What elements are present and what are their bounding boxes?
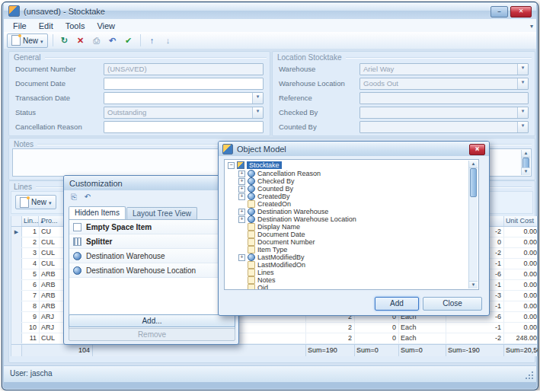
tree-item[interactable]: + LastModifiedBy (225, 253, 469, 261)
list-item[interactable]: Splitter (69, 234, 235, 249)
dropdown-button[interactable] (252, 93, 263, 104)
tab-layout-tree-view[interactable]: Layout Tree View (126, 207, 197, 219)
collapse-icon[interactable]: − (228, 162, 235, 169)
tree-root-stocktake[interactable]: − Stocktake (225, 161, 469, 170)
add-button[interactable]: Add... (69, 314, 235, 327)
titlebar: (unsaved) - Stocktake (4, 3, 536, 19)
notes-scrollbar[interactable] (521, 150, 530, 175)
delete-icon[interactable] (74, 34, 88, 47)
close-button[interactable]: Close (423, 297, 482, 311)
menu-item[interactable]: View (91, 21, 121, 31)
cell-b: 0 (354, 333, 399, 343)
tree-item[interactable]: + Cancellation Reason (225, 170, 469, 177)
menu-item[interactable]: Tools (59, 21, 91, 31)
field-input[interactable]: Ariel Way (359, 63, 529, 75)
field-input[interactable]: (UNSAVED) (104, 63, 264, 75)
scroll-down-icon[interactable] (522, 167, 530, 175)
scroll-up-icon[interactable] (469, 161, 478, 168)
refresh-icon[interactable] (58, 34, 72, 47)
tree-item-icon (248, 177, 255, 185)
footer-sum-b: Sum=0 (354, 345, 399, 356)
menu-overflow-chevron-icon[interactable] (530, 23, 533, 30)
tab-hidden-items[interactable]: Hidden Items (69, 206, 126, 219)
tree-item[interactable]: Notes (225, 276, 469, 284)
cell-a: 2 (305, 323, 355, 333)
field-input[interactable] (104, 78, 264, 90)
dropdown-button[interactable] (517, 64, 528, 75)
undo-icon[interactable] (106, 34, 120, 47)
dropdown-button[interactable] (517, 122, 528, 132)
expand-icon[interactable]: + (238, 171, 245, 177)
tree-item[interactable]: Document Date (225, 231, 469, 238)
customization-tabs: Hidden Items Layout Tree View (69, 206, 234, 219)
dropdown-button[interactable] (517, 107, 528, 118)
move-up-icon[interactable] (145, 34, 159, 47)
column-header-line[interactable]: Lin... (21, 216, 39, 226)
tree-item[interactable]: Document Number (225, 238, 469, 246)
tree-item[interactable]: + Destination Warehouse (225, 208, 469, 215)
list-item[interactable]: Empty Space Item (69, 220, 235, 234)
column-header-unit-cost[interactable]: Unit Cost (503, 216, 538, 226)
field-input[interactable]: Outstanding (104, 107, 264, 119)
row-indicator (11, 248, 22, 258)
move-down-icon[interactable] (161, 34, 175, 47)
cell-line: 9 (21, 312, 40, 322)
list-item[interactable]: Destination Warehouse Location (69, 263, 235, 278)
object-model-icon (222, 144, 233, 155)
validate-icon[interactable] (122, 34, 136, 47)
tree-item[interactable]: + Destination Warehouse Location (225, 215, 469, 223)
expand-icon[interactable]: + (238, 254, 245, 261)
expand-icon[interactable]: + (238, 178, 245, 185)
dropdown-button[interactable] (252, 107, 263, 118)
tree-item[interactable]: + Counted By (225, 185, 469, 193)
layout-icon[interactable] (69, 192, 79, 202)
expand-icon[interactable]: + (238, 216, 245, 223)
scroll-up-icon[interactable] (522, 150, 530, 158)
field-input[interactable] (104, 121, 264, 133)
resize-grip-icon[interactable] (525, 371, 533, 379)
menu-item[interactable]: File (7, 21, 33, 31)
undo-icon[interactable] (82, 192, 93, 202)
print-icon[interactable] (90, 34, 104, 47)
scrollbar-thumb[interactable] (470, 168, 477, 197)
lines-new-button[interactable]: New (15, 195, 56, 209)
menu-item[interactable]: Edit (33, 21, 59, 31)
tree-item[interactable]: + Checked By (225, 177, 469, 185)
tree-item[interactable]: Lines (225, 269, 469, 276)
dropdown-button[interactable] (517, 78, 528, 89)
expand-icon[interactable]: + (238, 193, 245, 200)
field-input[interactable] (104, 92, 264, 104)
form-field-row: Status Outstanding (15, 106, 265, 120)
tree-item[interactable]: LastModifiedOn (225, 261, 469, 269)
expand-icon[interactable]: + (238, 186, 245, 193)
row-indicator-header (11, 216, 22, 226)
field-input[interactable] (359, 92, 529, 104)
list-item[interactable]: Destination Warehouse (69, 249, 235, 263)
scroll-down-icon[interactable] (469, 281, 478, 288)
field-label: Counted By (279, 123, 317, 131)
remove-button[interactable]: Remove (69, 328, 235, 341)
field-value: Ariel Way (363, 65, 394, 73)
tree-item-label: LastModifiedOn (257, 261, 305, 269)
tree-item[interactable]: + CreatedBy (225, 193, 469, 200)
dialog-close-button[interactable] (469, 144, 485, 155)
tree-item[interactable]: Item Type (225, 246, 469, 253)
close-button[interactable] (510, 6, 532, 18)
add-button[interactable]: Add (375, 297, 419, 311)
cell-line: 6 (21, 280, 40, 290)
field-input[interactable] (359, 107, 529, 119)
minimize-button[interactable] (490, 6, 508, 18)
new-button[interactable]: New (7, 33, 48, 48)
expand-icon[interactable]: + (238, 209, 245, 215)
tree-item[interactable]: Display Name (225, 223, 469, 231)
cell-unit-cost: 0.00 (503, 323, 538, 333)
field-input[interactable]: Goods Out (359, 78, 529, 90)
tree-item[interactable]: CreatedOn (225, 200, 469, 208)
tree-item-label: CreatedOn (257, 200, 291, 208)
tree-item[interactable]: Oid (225, 284, 469, 290)
app-window: (unsaved) - Stocktake FileEditToolsView … (2, 2, 538, 390)
tree-scrollbar[interactable] (468, 161, 478, 288)
object-model-titlebar: Object Model (219, 142, 489, 156)
new-document-icon (11, 35, 21, 46)
field-input[interactable] (359, 121, 529, 133)
